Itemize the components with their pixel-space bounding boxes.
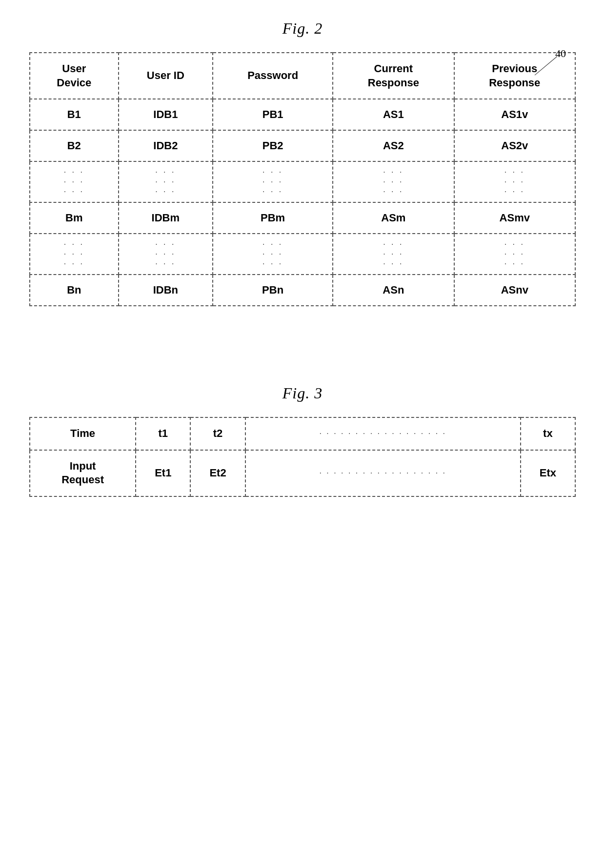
cell-as1: AS1	[333, 99, 454, 130]
cell-et2: Et2	[190, 450, 245, 496]
section-gap	[29, 345, 576, 384]
dot-content: · · · · · · · · ·	[338, 240, 448, 268]
cell-as1v: AS1v	[454, 99, 575, 130]
table-row: B2 IDB2 PB2 AS2 AS2v	[30, 130, 575, 161]
dot-content: · · · · · · · · ·	[35, 168, 113, 196]
dots-row-2: · · · · · · · · · · · · · · · · · ·	[30, 234, 575, 275]
cell-idb2: IDB2	[119, 130, 213, 161]
fig2-title: Fig. 2	[29, 20, 576, 38]
dots-cell: · · · · · · · · ·	[213, 161, 333, 202]
dots-row-1: · · · · · · · · · · · · · · · · · ·	[30, 161, 575, 202]
col-header-user-id: User ID	[119, 53, 213, 99]
cell-asnv: ASnv	[454, 275, 575, 306]
cell-b2: B2	[30, 130, 119, 161]
cell-asn: ASn	[333, 275, 454, 306]
fig3-header-row: Time t1 t2 · · · · · · · · · · · · · · ·…	[30, 417, 575, 450]
fig2-header-row: UserDevice User ID Password CurrentRespo…	[30, 53, 575, 99]
fig3-data-row: InputRequest Et1 Et2 · · · · · · · · · ·…	[30, 450, 575, 496]
cell-asmv: ASmv	[454, 202, 575, 234]
fig3-title: Fig. 3	[29, 384, 576, 402]
fig3-table: Time t1 t2 · · · · · · · · · · · · · · ·…	[29, 417, 576, 497]
cell-as2: AS2	[333, 130, 454, 161]
dot-content: · · · · · · · · ·	[460, 240, 570, 268]
col-header-user-device: UserDevice	[30, 53, 119, 99]
ref-number-40: 40	[555, 47, 566, 60]
fig2-section: Fig. 2 40 UserDevice User ID Password Cu…	[29, 20, 576, 306]
table-row: Bm IDBm PBm ASm ASmv	[30, 202, 575, 234]
cell-idbn: IDBn	[119, 275, 213, 306]
col-header-time: Time	[30, 417, 136, 450]
dots-cell: · · · · · · · · ·	[333, 234, 454, 275]
cell-input-dots: · · · · · · · · · · · · · · · · · ·	[245, 450, 521, 496]
dots-cell: · · · · · · · · ·	[119, 234, 213, 275]
dot-content: · · · · · · · · ·	[35, 240, 113, 268]
dots-cell: · · · · · · · · ·	[454, 161, 575, 202]
dot-content: · · · · · · · · ·	[124, 168, 208, 196]
cell-asm: ASm	[333, 202, 454, 234]
ref-container: 40 UserDevice User ID Password CurrentRe…	[29, 52, 576, 306]
dots-cell: · · · · · · · · ·	[213, 234, 333, 275]
dots-cell: · · · · · · · · ·	[30, 234, 119, 275]
cell-pbn: PBn	[213, 275, 333, 306]
cell-pbm: PBm	[213, 202, 333, 234]
table-row: B1 IDB1 PB1 AS1 AS1v	[30, 99, 575, 130]
cell-pb1: PB1	[213, 99, 333, 130]
col-header-current-response: CurrentResponse	[333, 53, 454, 99]
col-header-input-request: InputRequest	[30, 450, 136, 496]
table-row: Bn IDBn PBn ASn ASnv	[30, 275, 575, 306]
cell-etx: Etx	[521, 450, 575, 496]
cell-time-dots: · · · · · · · · · · · · · · · · · ·	[245, 417, 521, 450]
dot-content: · · · · · · · · ·	[218, 168, 327, 196]
dot-content: · · · · · · · · ·	[124, 240, 208, 268]
cell-t2: t2	[190, 417, 245, 450]
fig2-table: UserDevice User ID Password CurrentRespo…	[29, 52, 576, 306]
cell-b1: B1	[30, 99, 119, 130]
cell-idb1: IDB1	[119, 99, 213, 130]
dots-cell: · · · · · · · · ·	[119, 161, 213, 202]
dots-cell: · · · · · · · · ·	[454, 234, 575, 275]
cell-idbm: IDBm	[119, 202, 213, 234]
cell-bm: Bm	[30, 202, 119, 234]
cell-bn: Bn	[30, 275, 119, 306]
cell-t1: t1	[136, 417, 190, 450]
col-header-password: Password	[213, 53, 333, 99]
cell-et1: Et1	[136, 450, 190, 496]
dot-content: · · · · · · · · ·	[338, 168, 448, 196]
cell-pb2: PB2	[213, 130, 333, 161]
dot-content: · · · · · · · · ·	[218, 240, 327, 268]
dot-content: · · · · · · · · ·	[460, 168, 570, 196]
cell-tx: tx	[521, 417, 575, 450]
dots-cell: · · · · · · · · ·	[30, 161, 119, 202]
fig3-section: Fig. 3 Time t1 t2 · · · · · · · · · · · …	[29, 384, 576, 497]
dots-cell: · · · · · · · · ·	[333, 161, 454, 202]
cell-as2v: AS2v	[454, 130, 575, 161]
